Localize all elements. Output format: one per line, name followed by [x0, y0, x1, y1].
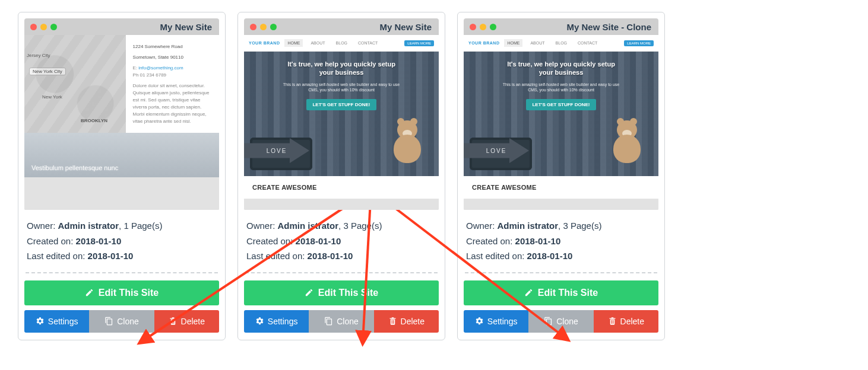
owner-line: Owner: Admin istrator, 3 Page(s) — [246, 218, 436, 234]
divider — [26, 272, 218, 273]
nav-contact: CONTACT — [355, 39, 381, 47]
edit-icon — [85, 288, 94, 297]
brand-label: YOUR BRAND — [249, 41, 280, 45]
brand-label: YOUR BRAND — [468, 41, 499, 45]
edited-label: Last edited on: — [246, 251, 305, 261]
window-minimize-icon — [260, 24, 267, 30]
preview-section-title: CREATE AWESOME — [244, 176, 439, 199]
preview-hero: LOVE It's true, we help you quickly setu… — [464, 52, 658, 176]
hero-sub: This is an amazing self-hosted web site … — [502, 82, 620, 94]
settings-label: Settings — [268, 317, 298, 326]
pages-value: 3 Page(s) — [563, 221, 601, 231]
window-close-icon — [250, 24, 256, 30]
nav-about: ABOUT — [527, 39, 547, 47]
clone-button[interactable]: Clone — [309, 310, 373, 333]
site-card: My New Site YOUR BRAND HOME ABOUT BLOG C… — [237, 12, 445, 340]
created-value: 2018-01-10 — [76, 236, 122, 246]
edit-site-label: Edit This Site — [538, 288, 598, 298]
window-zoom-icon — [270, 24, 277, 30]
nav-about: ABOUT — [308, 39, 328, 47]
owner-label: Owner: — [246, 221, 275, 231]
pages-value: 1 Page(s) — [123, 221, 162, 231]
window-dots — [30, 24, 57, 30]
site-preview[interactable]: YOUR BRAND HOME ABOUT BLOG CONTACT LEARN… — [244, 35, 439, 210]
created-line: Created on: 2018-01-10 — [27, 234, 217, 249]
gear-icon — [475, 317, 484, 326]
edited-line: Last edited on: 2018-01-10 — [27, 248, 217, 264]
edited-value: 2018-01-10 — [527, 251, 573, 261]
site-preview[interactable]: New York City Jersey City New York BROOK… — [24, 35, 219, 210]
preview-contact-panel: 1224 Somewhere Road Sometown, State 9011… — [126, 35, 219, 133]
site-title: My New Site — [160, 22, 212, 32]
clone-button[interactable]: Clone — [528, 310, 593, 333]
teddy-graphic — [606, 116, 648, 163]
hero-headline: It's true, we help you quickly setup you… — [282, 60, 401, 77]
preview-nav: YOUR BRAND HOME ABOUT BLOG CONTACT LEARN… — [464, 35, 658, 52]
settings-button[interactable]: Settings — [464, 310, 528, 333]
owner-value: Admin istrator — [58, 221, 119, 231]
window-minimize-icon — [40, 24, 47, 30]
pages-value: 3 Page(s) — [343, 221, 382, 231]
site-preview[interactable]: YOUR BRAND HOME ABOUT BLOG CONTACT LEARN… — [464, 35, 658, 210]
lorem-text: Dolore dolor sit amet, consectetur. Quis… — [133, 82, 212, 125]
preview-footer-bar — [24, 177, 219, 210]
owner-value: Admin istrator — [498, 221, 559, 231]
settings-button[interactable]: Settings — [24, 310, 89, 333]
map-label: Jersey City — [27, 53, 50, 58]
edit-site-button[interactable]: Edit This Site — [464, 280, 658, 305]
preview-footer-bar — [244, 199, 439, 210]
edited-value: 2018-01-10 — [308, 251, 353, 261]
hero-overlay: It's true, we help you quickly setup you… — [502, 60, 620, 110]
nav-cta: LEARN MORE — [624, 40, 654, 46]
delete-label: Delete — [620, 317, 644, 326]
window-zoom-icon — [490, 24, 496, 30]
action-row: Settings Clone Delete — [24, 310, 219, 333]
teddy-graphic — [387, 116, 428, 163]
hero-overlay: It's true, we help you quickly setup you… — [282, 60, 401, 110]
edited-line: Last edited on: 2018-01-10 — [246, 248, 436, 264]
site-card: My New Site - Clone YOUR BRAND HOME ABOU… — [457, 12, 665, 340]
nav-blog: BLOG — [333, 39, 350, 47]
settings-label: Settings — [487, 317, 518, 326]
nav-home: HOME — [284, 39, 303, 47]
delete-button[interactable]: Delete — [374, 310, 439, 333]
created-line: Created on: 2018-01-10 — [246, 234, 436, 249]
browser-chrome: My New Site — [244, 18, 439, 35]
window-zoom-icon — [50, 24, 57, 30]
edit-site-label: Edit This Site — [99, 288, 159, 298]
hero-sub: This is an amazing self-hosted web site … — [282, 82, 401, 94]
delete-button[interactable]: Delete — [594, 310, 658, 333]
edit-site-button[interactable]: Edit This Site — [24, 280, 219, 305]
delete-button[interactable]: Delete — [154, 310, 219, 333]
copy-icon — [104, 317, 113, 326]
edit-site-button[interactable]: Edit This Site — [244, 280, 439, 305]
preview-map: New York City Jersey City New York BROOK… — [24, 35, 126, 133]
trash-icon — [608, 317, 617, 326]
site-card: My New Site New York City Jersey City Ne… — [18, 12, 226, 340]
gear-icon — [36, 317, 45, 326]
phone-line: Ph 01 234 6789 — [133, 72, 212, 79]
map-label: BROOKLYN — [81, 118, 107, 123]
edited-value: 2018-01-10 — [88, 251, 134, 261]
settings-button[interactable]: Settings — [244, 310, 309, 333]
clone-button[interactable]: Clone — [89, 310, 154, 333]
nav-blog: BLOG — [553, 39, 570, 47]
edited-label: Last edited on: — [466, 251, 524, 261]
preview-hero-band: Vestibulum pellentesque nunc — [24, 133, 219, 177]
hero-cta: LET'S GET STUFF DONE! — [526, 99, 595, 110]
created-line: Created on: 2018-01-10 — [466, 234, 656, 249]
owner-label: Owner: — [27, 221, 55, 231]
site-title: My New Site — [379, 22, 432, 32]
preview-footer-bar — [464, 199, 658, 210]
hero-cta: LET'S GET STUFF DONE! — [306, 99, 376, 110]
nav-cta: LEARN MORE — [404, 40, 434, 46]
window-close-icon — [30, 24, 37, 30]
trash-icon — [169, 317, 178, 326]
window-dots — [470, 24, 496, 30]
divider — [465, 272, 657, 273]
address-line: Sometown, State 90110 — [133, 54, 212, 61]
nav-home: HOME — [504, 39, 522, 47]
created-value: 2018-01-10 — [515, 236, 561, 246]
created-label: Created on: — [466, 236, 512, 246]
settings-label: Settings — [48, 317, 78, 326]
